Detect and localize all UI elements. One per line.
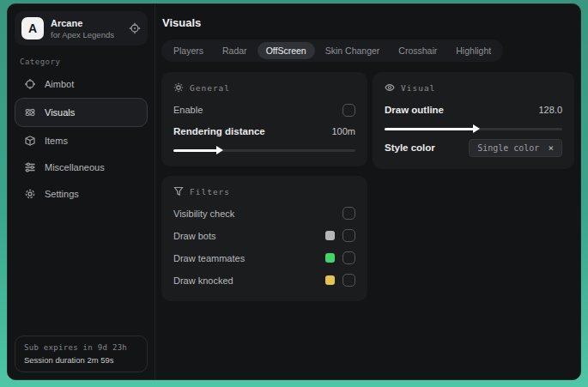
tab-crosshair[interactable]: Crosshair [390, 42, 446, 59]
sidebar-item-miscellaneous[interactable]: Miscellaneous [15, 154, 148, 180]
app-logo: A [21, 17, 44, 39]
panel-area: General Enable Rendering distance 100m [161, 72, 574, 301]
brightness-icon [173, 82, 184, 93]
filter-row-visibility-check: Visibility check [173, 204, 355, 222]
filters-panel: Filters Visibility check Draw bots Draw … [161, 176, 367, 301]
gear-icon [24, 188, 36, 200]
target-icon[interactable] [129, 22, 141, 34]
visual-panel: Visual Draw outline 128.0 Style color Si… [373, 72, 574, 169]
draw-bots-checkbox[interactable] [342, 229, 355, 242]
filter-label: Draw teammates [173, 253, 325, 263]
general-panel: General Enable Rendering distance 100m [161, 72, 367, 166]
enable-checkbox[interactable] [342, 104, 355, 117]
sliders-icon [24, 161, 36, 173]
sidebar-item-label: Miscellaneous [45, 162, 105, 172]
rendering-distance-label: Rendering distance [173, 126, 265, 136]
sidebar-item-aimbot[interactable]: Aimbot [15, 71, 148, 97]
crosshair-icon [24, 78, 36, 90]
visibility-check-checkbox[interactable] [342, 207, 355, 220]
filter-row-draw-teammates: Draw teammates [173, 249, 355, 267]
style-color-label: Style color [385, 142, 435, 153]
sidebar-item-items[interactable]: Items [15, 128, 148, 154]
sidebar-item-label: Settings [45, 189, 79, 199]
app-name: Arcane [51, 18, 122, 28]
eye-icon [385, 82, 395, 93]
sidebar-item-visuals[interactable]: Visuals [15, 98, 148, 127]
app-window: A Arcane for Apex Legends Category [7, 3, 581, 380]
rendering-distance-slider[interactable] [173, 149, 355, 152]
sidebar-item-label: Visuals [45, 107, 75, 118]
sidebar-item-label: Items [45, 136, 68, 146]
desktop-background: A Arcane for Apex Legends Category [0, 0, 588, 387]
draw-knocked-color-swatch[interactable] [325, 275, 335, 285]
clear-icon[interactable]: × [548, 142, 554, 154]
draw-outline-label: Draw outline [385, 105, 444, 115]
draw-bots-color-swatch[interactable] [325, 231, 335, 240]
draw-teammates-checkbox[interactable] [342, 251, 355, 264]
enable-row: Enable [173, 100, 355, 119]
filter-row-draw-knocked: Draw knocked [173, 271, 355, 289]
panel-title: Visual [401, 83, 435, 93]
draw-outline-value: 128.0 [538, 105, 562, 115]
filter-label: Draw bots [173, 231, 325, 241]
rendering-distance-row: Rendering distance 100m [173, 122, 355, 141]
box-icon [24, 135, 36, 147]
draw-knocked-checkbox[interactable] [342, 274, 355, 287]
session-duration-text: Session duration 2m 59s [24, 355, 138, 365]
style-color-value: Single color [477, 143, 539, 153]
tab-offscreen[interactable]: OffScreen [258, 42, 315, 59]
slider-fill [385, 128, 474, 130]
sidebar-item-label: Aimbot [45, 79, 74, 89]
draw-outline-slider[interactable] [385, 128, 562, 130]
tab-highlight[interactable]: Highlight [447, 42, 500, 59]
filter-label: Draw knocked [173, 275, 325, 286]
page-title: Visuals [162, 16, 574, 29]
app-subtitle: for Apex Legends [51, 30, 122, 39]
tab-radar[interactable]: Radar [214, 42, 256, 59]
main-content: Visuals Players Radar OffScreen Skin Cha… [155, 4, 580, 379]
filter-label: Visibility check [173, 209, 342, 219]
style-color-row: Style color Single color × [385, 138, 562, 157]
atom-icon [24, 106, 36, 118]
enable-label: Enable [173, 105, 203, 115]
brand-card: A Arcane for Apex Legends [15, 11, 148, 45]
rendering-distance-value: 100m [331, 126, 355, 136]
subscription-status-card: Sub expires in 9d 23h Session duration 2… [15, 336, 148, 372]
draw-outline-row: Draw outline 128.0 [385, 100, 562, 119]
filter-row-draw-bots: Draw bots [173, 227, 355, 245]
funnel-icon [173, 186, 184, 197]
style-color-select[interactable]: Single color × [469, 139, 562, 157]
sidebar: A Arcane for Apex Legends Category [8, 4, 155, 379]
sub-expires-text: Sub expires in 9d 23h [24, 343, 138, 352]
visuals-tabbar: Players Radar OffScreen Skin Changer Cro… [161, 39, 503, 62]
panel-title: General [190, 83, 230, 93]
draw-teammates-color-swatch[interactable] [325, 253, 335, 263]
slider-fill [173, 149, 217, 152]
tab-skin-changer[interactable]: Skin Changer [317, 42, 389, 59]
panel-title: Filters [190, 187, 230, 197]
sidebar-item-settings[interactable]: Settings [15, 181, 148, 207]
category-label: Category [20, 57, 142, 66]
tab-players[interactable]: Players [165, 42, 212, 59]
